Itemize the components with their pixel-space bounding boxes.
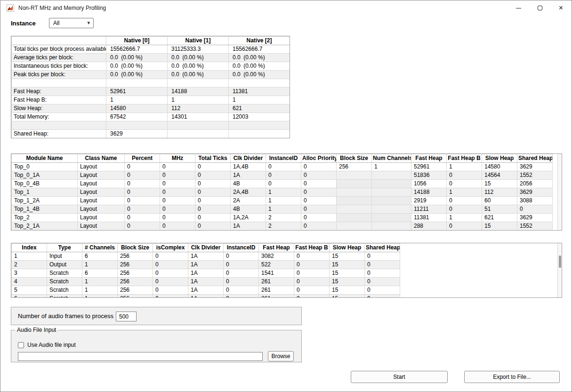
table-cell: 1 xyxy=(82,278,118,286)
table-cell: 5 xyxy=(12,286,47,295)
column-header: Native [2] xyxy=(229,37,290,45)
table-cell: Layout xyxy=(78,171,125,180)
table-cell: Top_2_1A xyxy=(12,222,78,231)
column-header: MHz xyxy=(160,154,195,163)
table-cell: Top_2 xyxy=(12,214,78,222)
column-header: isComplex xyxy=(153,244,188,252)
table-row[interactable]: 1Input625601A030820150 xyxy=(12,252,400,261)
audio-path-input[interactable] xyxy=(18,352,263,361)
use-audio-checkbox[interactable]: Use Audio file input xyxy=(18,342,76,348)
row-label xyxy=(12,79,106,88)
table-row[interactable]: Top_2Layout0001A,2A201138116213629 xyxy=(12,214,553,222)
table-cell: 0.0 (0.00 %) xyxy=(106,54,168,62)
table-cell: 0.0 (0.00 %) xyxy=(168,71,229,79)
table-cell: Layout xyxy=(78,222,125,231)
column-header: Native [1] xyxy=(168,37,229,45)
table-cell: 31125333.3 xyxy=(168,45,229,54)
table-cell: 256 xyxy=(118,252,153,261)
table-row[interactable]: 6Scratch125601A02610150 xyxy=(12,295,400,298)
table-row[interactable]: 5Scratch125601A02610150 xyxy=(12,286,400,295)
buffer-table-scrollbar[interactable] xyxy=(557,243,562,297)
table-cell: 0 xyxy=(153,269,188,278)
table-row[interactable]: Total Memory:675421430112003 xyxy=(12,113,290,121)
table-row[interactable]: Instantaneous ticks per block:0.0 (0.00 … xyxy=(12,62,290,71)
frames-input[interactable] xyxy=(116,312,137,321)
table-cell: 0 xyxy=(301,188,337,197)
table-row[interactable] xyxy=(12,79,290,88)
table-cell: Top_0 xyxy=(12,163,78,171)
table-cell: 0 xyxy=(160,222,195,231)
table-cell: 256 xyxy=(337,163,372,171)
table-cell: 15562666.7 xyxy=(229,45,290,54)
table-row[interactable]: Top_1_2ALayout0002A1029190603088 xyxy=(12,197,553,205)
table-cell: 14188 xyxy=(411,188,447,197)
table-row[interactable] xyxy=(12,121,290,130)
column-header: Native [0] xyxy=(106,37,168,45)
table-cell xyxy=(168,121,229,130)
table-cell: 6 xyxy=(12,295,47,298)
frames-panel: Number of audio frames to process xyxy=(11,307,302,325)
table-cell xyxy=(372,205,411,214)
table-cell: Top_1_2A xyxy=(12,197,78,205)
table-cell: 522 xyxy=(259,261,294,269)
table-cell: 14580 xyxy=(106,104,168,113)
table-row[interactable]: Peak ticks per block:0.0 (0.00 %)0.0 (0.… xyxy=(12,71,290,79)
table-row[interactable]: 4Scratch125601A02610150 xyxy=(12,278,400,286)
buffer-table-frame: IndexType# ChannelsBlock SizeisComplexCl… xyxy=(11,243,562,298)
table-cell: 0 xyxy=(447,205,482,214)
table-cell: 1 xyxy=(266,188,301,197)
table-cell: 1A xyxy=(188,269,224,278)
start-button[interactable]: Start xyxy=(351,371,448,383)
close-button[interactable]: × xyxy=(550,0,572,16)
table-cell: 0 xyxy=(266,163,301,171)
table-row[interactable]: Top_1_4BLayout0004B10112110510 xyxy=(12,205,553,214)
table-row[interactable]: 2Output125601A05220150 xyxy=(12,261,400,269)
table-row[interactable]: Top_1Layout0002A,4B101418811123629 xyxy=(12,188,553,197)
column-header: Module Name xyxy=(12,154,78,163)
table-cell: 0 xyxy=(224,252,259,261)
table-cell: 1A xyxy=(188,278,224,286)
table-cell: 621 xyxy=(482,214,517,222)
table-row[interactable]: Top_0_1ALayout0001A00518360145641552 xyxy=(12,171,553,180)
table-row[interactable]: Total ticks per block process available:… xyxy=(12,45,290,54)
table-row[interactable]: Average ticks per block:0.0 (0.00 %)0.0 … xyxy=(12,54,290,62)
column-header: Type xyxy=(47,244,82,252)
table-cell: Top_0_1A xyxy=(12,171,78,180)
header-row: IndexType# ChannelsBlock SizeisComplexCl… xyxy=(12,244,400,252)
header-row: Module NameClass NamePercentMHzTotal Tic… xyxy=(12,154,553,163)
column-header: Total Ticks xyxy=(195,154,231,163)
column-header: Percent xyxy=(125,154,160,163)
table-cell: 0 xyxy=(224,278,259,286)
table-row[interactable]: 3Scratch625601A015410150 xyxy=(12,269,400,278)
table-row[interactable]: Fast Heap:529611418811381 xyxy=(12,88,290,96)
minimize-button[interactable] xyxy=(508,0,529,16)
table-row[interactable]: Top_0_4BLayout0004B0010560152056 xyxy=(12,180,553,188)
table-row[interactable]: Slow Heap:14580112621 xyxy=(12,104,290,113)
export-button[interactable]: Export to File... xyxy=(464,371,560,383)
table-cell: 60 xyxy=(482,197,517,205)
table-cell: 3629 xyxy=(517,188,553,197)
maximize-button[interactable] xyxy=(529,0,550,16)
table-cell: 0 xyxy=(365,261,400,269)
minimize-icon xyxy=(516,8,521,8)
column-header: Clk Divider xyxy=(231,154,266,163)
table-cell: Scratch xyxy=(47,269,82,278)
table-row[interactable]: Top_2_1ALayout0001A202880151552 xyxy=(12,222,553,231)
scrollbar-thumb[interactable] xyxy=(559,256,561,268)
summary-table: Native [0]Native [1]Native [2] Total tic… xyxy=(11,36,290,138)
table-row[interactable]: Top_0Layout0001A,4B002561529611145803629 xyxy=(12,163,553,171)
module-table-scrollbar[interactable] xyxy=(557,154,562,230)
header-row: Native [0]Native [1]Native [2] xyxy=(12,37,290,45)
table-cell: 261 xyxy=(259,295,294,298)
table-row[interactable]: Shared Heap:3629 xyxy=(12,130,290,138)
table-cell: 1541 xyxy=(259,269,294,278)
table-cell: Layout xyxy=(78,214,125,222)
table-cell: 0 xyxy=(224,261,259,269)
table-row[interactable]: Fast Heap B:111 xyxy=(12,96,290,104)
column-header: Block Size xyxy=(337,154,372,163)
column-header: # Channels xyxy=(82,244,118,252)
instance-dropdown[interactable]: All ▾ xyxy=(49,18,94,28)
checkbox-icon[interactable] xyxy=(18,342,24,348)
browse-button[interactable]: Browse xyxy=(268,351,294,361)
row-label: Shared Heap: xyxy=(12,130,106,138)
